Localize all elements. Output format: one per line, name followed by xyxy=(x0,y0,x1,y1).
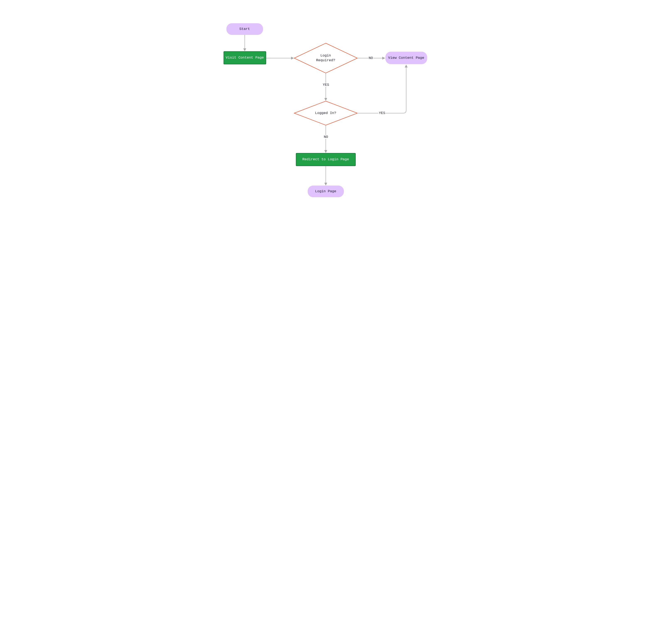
edge-label-d2-no: NO xyxy=(323,135,328,139)
edge-label-d1-no: NO xyxy=(368,56,373,60)
node-redirect-label: Redirect to Login Page xyxy=(302,157,349,162)
decision-logged-in-text: Logged In? xyxy=(305,108,346,118)
node-login-page: Login Page xyxy=(308,186,344,197)
node-view-content-page: View Content Page xyxy=(385,52,427,64)
decision-login-required-label: Login Required? xyxy=(316,53,335,63)
node-visit-label: Visit Content Page xyxy=(226,55,264,60)
decision-login-required-text: Login Required? xyxy=(305,51,346,65)
node-start-label: Start xyxy=(239,27,250,32)
node-visit-content-page: Visit Content Page xyxy=(224,51,266,64)
node-login-page-label: Login Page xyxy=(315,189,336,194)
node-start: Start xyxy=(226,23,263,35)
decision-logged-in-label: Logged In? xyxy=(315,111,336,116)
edge-decide2-yes-to-view xyxy=(357,65,406,113)
node-redirect-to-login: Redirect to Login Page xyxy=(296,153,356,166)
edge-label-d1-yes: YES xyxy=(322,83,330,87)
flowchart: Start Visit Content Page Login Required?… xyxy=(210,0,438,227)
node-view-label: View Content Page xyxy=(388,56,424,60)
edge-label-d2-yes: YES xyxy=(379,111,386,115)
